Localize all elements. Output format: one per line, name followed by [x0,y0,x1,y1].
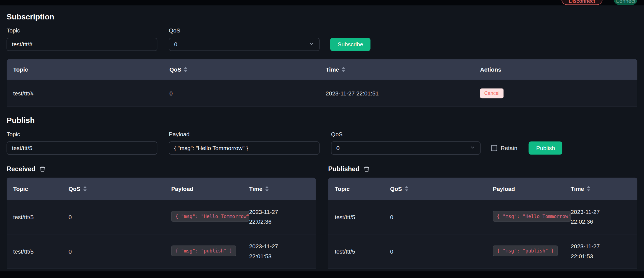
sort-icon[interactable] [184,67,188,72]
col-label: QoS [68,185,80,192]
message-payload: { "msg": "publish" } [171,246,236,256]
retain-checkbox[interactable] [491,145,497,151]
received-row: test/ttt/5 0 { "msg": "publish" } 2023-1… [7,234,316,269]
sort-icon[interactable] [83,186,87,192]
col-label: Topic [335,185,350,192]
publish-payload-input[interactable] [169,141,320,155]
subscription-col-time: Time [326,66,480,73]
received-col-qos: QoS [68,185,171,192]
published-panel: Published Topic QoS [328,165,637,269]
subscription-table: Topic QoS Time Actions [7,59,638,107]
received-table-header: Topic QoS Payload Time [7,178,316,200]
received-panel: Received Topic QoS [7,165,316,269]
subscription-title: Subscription [7,12,638,21]
received-col-time: Time [249,185,309,192]
received-col-topic: Topic [13,185,68,192]
clear-published-trash-icon[interactable] [364,166,370,172]
sort-icon[interactable] [265,186,269,192]
chevron-down-icon [309,41,314,48]
received-table: Topic QoS Payload Time [7,178,316,269]
subscription-qos-label: QoS [169,27,320,34]
subscription-qos-select[interactable]: 0 [169,38,320,51]
publish-payload-label: Payload [169,131,320,137]
col-label: Time [249,185,262,192]
subscription-table-header: Topic QoS Time Actions [7,59,638,80]
message-qos: 0 [68,214,171,220]
col-label: Time [326,66,339,73]
message-clock: 22:01:53 [249,251,309,261]
main-content: Subscription Topic QoS 0 Subscribe [0,12,644,269]
subscription-col-actions: Actions [480,66,631,73]
message-qos: 0 [390,214,493,220]
message-payload: { "msg": "Hello Tommorrow" [171,211,249,222]
message-time: 2023-11-27 22:02:36 [571,207,631,227]
received-title: Received [7,165,35,173]
published-table-header: Topic QoS Payload Time [328,178,637,200]
published-col-time: Time [571,185,631,192]
message-topic: test/ttt/5 [335,248,390,255]
subscription-col-topic: Topic [13,66,169,73]
chevron-down-icon [470,145,475,151]
col-label: Actions [480,66,501,73]
message-qos: 0 [68,248,171,255]
message-date: 2023-11-27 [571,242,631,251]
published-row: test/ttt/5 0 { "msg": "publish" } 2023-1… [328,234,637,269]
col-label: Topic [13,66,28,73]
message-qos: 0 [390,248,493,255]
message-topic: test/ttt/5 [335,214,390,220]
col-label: Time [571,185,584,192]
subscription-row: test/ttt/# 0 2023-11-27 22:01:51 Cancel [7,80,638,107]
sort-icon[interactable] [341,67,346,72]
message-clock: 22:02:36 [249,217,309,227]
message-clock: 22:01:53 [571,251,631,261]
published-title: Published [328,165,359,173]
subscription-row-qos: 0 [169,90,326,97]
clear-received-trash-icon[interactable] [40,166,46,172]
publish-qos-value: 0 [336,145,340,151]
message-clock: 22:02:36 [571,217,631,227]
sort-icon[interactable] [404,186,408,192]
message-time: 2023-11-27 22:01:53 [249,242,309,261]
message-time: 2023-11-27 22:01:53 [571,242,631,261]
message-payload: { "msg": "publish" } [493,246,558,256]
col-label: QoS [390,185,402,192]
subscription-col-qos: QoS [169,66,326,73]
col-label: Topic [13,185,28,192]
message-date: 2023-11-27 [571,207,631,217]
cancel-subscription-button[interactable]: Cancel [480,88,504,98]
message-time: 2023-11-27 22:02:36 [249,207,309,227]
disconnect-button[interactable]: Disconnect [561,0,602,5]
subscription-row-topic: test/ttt/# [13,90,169,97]
publish-qos-select[interactable]: 0 [331,141,481,155]
published-row: test/ttt/5 0 { "msg": "Hello Tommorrow" … [328,200,637,234]
publish-title: Publish [7,116,638,125]
publish-topic-input[interactable] [7,141,157,155]
connect-button[interactable]: Connect [614,0,637,5]
retain-label: Retain [501,145,517,151]
app-root: Disconnect Connect Subscription Topic Qo… [0,0,644,278]
publish-qos-label: QoS [331,131,481,137]
bottom-strip [0,271,644,278]
message-date: 2023-11-27 [249,242,309,251]
col-label: Payload [493,185,515,192]
sort-icon[interactable] [587,186,591,192]
subscription-topic-label: Topic [7,27,157,34]
col-label: Payload [171,185,193,192]
publish-topic-label: Topic [7,131,157,137]
col-label: QoS [169,66,181,73]
published-col-payload: Payload [493,185,571,192]
publish-form: Topic Payload QoS 0 Retain Publ [7,131,638,155]
published-table: Topic QoS Payload Time [328,178,637,269]
message-date: 2023-11-27 [249,207,309,217]
subscription-topic-input[interactable] [7,38,157,51]
published-col-qos: QoS [390,185,493,192]
message-topic: test/ttt/5 [13,248,68,255]
subscribe-button[interactable]: Subscribe [330,38,371,51]
message-topic: test/ttt/5 [13,214,68,220]
received-col-payload: Payload [171,185,249,192]
subscription-row-time: 2023-11-27 22:01:51 [326,90,480,97]
message-payload: { "msg": "Hello Tommorrow" [493,211,571,222]
publish-button[interactable]: Publish [529,141,562,155]
connection-toolbar: Disconnect Connect [0,0,644,5]
subscription-qos-value: 0 [174,41,177,48]
